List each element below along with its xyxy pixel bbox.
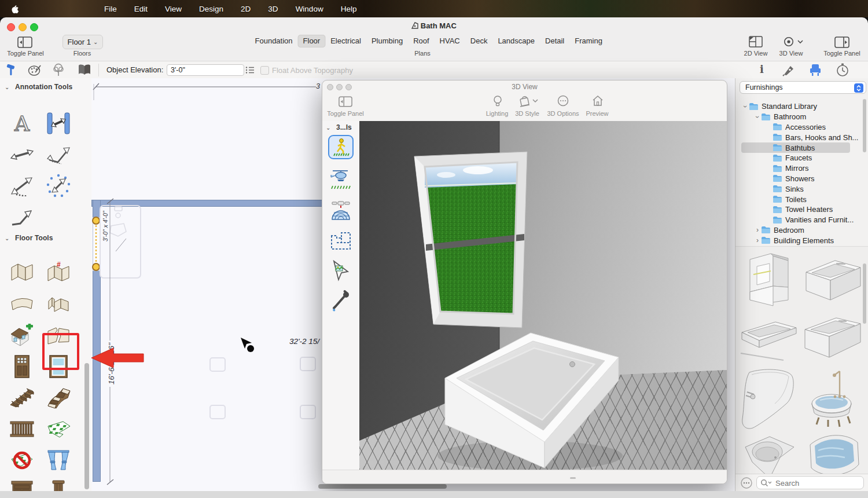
add-floor-tool[interactable] (9, 322, 35, 349)
flyover-tool[interactable] (328, 167, 354, 192)
menu-file[interactable]: File (104, 5, 117, 13)
tree-item-toilets[interactable]: Toilets (735, 194, 865, 204)
thumbnails-scrollbar[interactable] (863, 263, 866, 324)
point-to-point-dimension-tool[interactable] (9, 173, 35, 199)
tab-electrical[interactable]: Electrical (325, 35, 366, 47)
tree-item-sinks[interactable]: Sinks (735, 184, 865, 194)
thumbnail-corner-tub[interactable] (738, 438, 799, 473)
adjust-view-tool[interactable] (328, 259, 354, 283)
2d-view-button[interactable] (749, 36, 763, 50)
lighting-icon[interactable] (494, 95, 502, 108)
tree-item-bars-hooks[interactable]: Bars, Hooks and Sh... (735, 132, 865, 142)
straight-stairs-tool[interactable] (9, 385, 35, 411)
tab-floor[interactable]: Floor (298, 35, 326, 47)
railing-tool[interactable] (9, 416, 35, 442)
tree-item-standard-library[interactable]: ›Standard Library (735, 101, 865, 112)
curved-wall-tool[interactable] (9, 291, 35, 317)
history-clock-icon[interactable] (836, 63, 849, 77)
more-options-icon[interactable] (741, 477, 752, 489)
text-tool[interactable]: A (9, 110, 35, 137)
annotation-tools-header[interactable]: Annotation Tools (15, 83, 72, 91)
room-divider-tool[interactable] (45, 447, 72, 474)
interior-wall-tool[interactable] (45, 291, 72, 317)
tab-roof[interactable]: Roof (408, 35, 434, 47)
menu-help[interactable]: Help (341, 5, 357, 13)
eyedropper-tool[interactable] (328, 289, 354, 313)
tree-item-bathtubs[interactable]: Bathtubs (735, 142, 865, 153)
tree-item-bathroom[interactable]: ›Bathroom (735, 112, 865, 122)
tree-item-faucets[interactable]: Faucets (735, 153, 865, 163)
walkthrough-tool[interactable] (328, 135, 354, 159)
menu-3d[interactable]: 3D (268, 5, 278, 13)
tree-item-accessories[interactable]: Accessories (735, 122, 865, 133)
floor-selector[interactable]: Floor 1⌄ (62, 35, 103, 49)
center-dimension-tool[interactable] (45, 173, 72, 199)
tree-item-building-elements[interactable]: ›Building Elements (735, 235, 865, 246)
library-book-icon[interactable] (78, 64, 91, 76)
pony-wall-tool[interactable]: # (45, 259, 72, 286)
3d-view-window[interactable]: 3D View Toggle Panel Lighting 3D Style 3… (322, 80, 727, 484)
end-to-end-dimension-tool[interactable] (9, 141, 35, 168)
floor-tools-header[interactable]: Floor Tools (15, 234, 53, 242)
thumbnail-clawfoot-tub[interactable] (800, 366, 865, 434)
leader-line-tool[interactable] (9, 204, 35, 230)
toggle-panel-icon[interactable] (339, 96, 352, 107)
floor-hole-tool[interactable] (9, 447, 35, 474)
info-icon[interactable]: i (760, 63, 764, 75)
chevron-down-icon[interactable]: ⌄ (326, 124, 330, 131)
tree-item-vanities[interactable]: Vanities and Furnit... (735, 215, 865, 225)
landscape-tools-icon[interactable] (52, 63, 65, 77)
thumbnail-slipper-tub[interactable] (738, 366, 799, 434)
thumbnail-corner-whirlpool-tub[interactable] (800, 438, 865, 473)
apple-logo-icon[interactable] (10, 4, 19, 14)
tree-item-towel-heaters[interactable]: Towel Heaters (735, 204, 865, 215)
menu-view[interactable]: View (165, 5, 182, 13)
tab-hvac[interactable]: HVAC (435, 35, 465, 47)
interior-dimension-tool[interactable] (45, 110, 72, 137)
3d-scrollbar-nub[interactable] (570, 477, 576, 479)
tab-foundation[interactable]: Foundation (249, 35, 297, 47)
floor-material-tool[interactable] (45, 416, 72, 442)
thumbnail-skirted-tub[interactable] (800, 314, 865, 364)
tab-detail[interactable]: Detail (540, 35, 569, 47)
object-elevation-input[interactable] (167, 64, 244, 76)
tree-scrollbar[interactable] (863, 99, 866, 152)
menu-window[interactable]: Window (296, 5, 323, 13)
library-filter-dropdown[interactable]: Furnishings (740, 81, 866, 94)
design-tools-icon[interactable] (28, 64, 42, 76)
build-tools-icon[interactable] (5, 64, 17, 76)
door-tool[interactable] (9, 353, 35, 380)
tab-landscape[interactable]: Landscape (492, 35, 540, 47)
presets-list-icon[interactable] (245, 66, 255, 74)
float-above-topography-checkbox[interactable] (260, 66, 269, 75)
menu-2d[interactable]: 2D (241, 5, 251, 13)
orbit-tool[interactable] (328, 199, 354, 223)
tab-deck[interactable]: Deck (465, 35, 493, 47)
menu-design[interactable]: Design (199, 5, 223, 13)
chevron-down-icon[interactable]: ⌄ (5, 84, 9, 90)
plan-view-tool[interactable] (328, 229, 354, 253)
search-input[interactable] (774, 477, 862, 489)
tab-plumbing[interactable]: Plumbing (366, 35, 408, 47)
tree-item-bedroom[interactable]: ›Bedroom (735, 225, 865, 236)
search-field[interactable] (756, 476, 864, 489)
3d-tools-header[interactable]: 3...ls (336, 123, 352, 131)
toggle-panel-right-button[interactable] (834, 36, 849, 50)
3d-style-icon[interactable] (519, 95, 539, 108)
tree-item-showers[interactable]: Showers (735, 174, 865, 184)
3d-viewport[interactable] (359, 121, 727, 470)
sidebar-scrollbar[interactable] (84, 363, 89, 489)
thumbnail-tub-shower-combo[interactable] (738, 249, 799, 314)
curved-stairs-tool[interactable] (45, 385, 72, 411)
furnishings-chair-icon[interactable] (809, 64, 822, 76)
thumbnail-drop-in-tub[interactable] (738, 315, 799, 364)
annotate-pen-icon[interactable] (782, 64, 795, 76)
angular-dimension-tool[interactable] (45, 141, 72, 168)
tree-item-mirrors[interactable]: Mirrors (735, 163, 865, 174)
3d-options-icon[interactable] (557, 95, 569, 107)
canvas-horizontal-scrollbar[interactable] (318, 484, 447, 489)
straight-wall-tool[interactable] (9, 259, 35, 286)
thumbnail-alcove-tub[interactable] (800, 255, 865, 308)
toggle-panel-left-button[interactable] (17, 36, 32, 50)
tab-framing[interactable]: Framing (569, 35, 608, 47)
